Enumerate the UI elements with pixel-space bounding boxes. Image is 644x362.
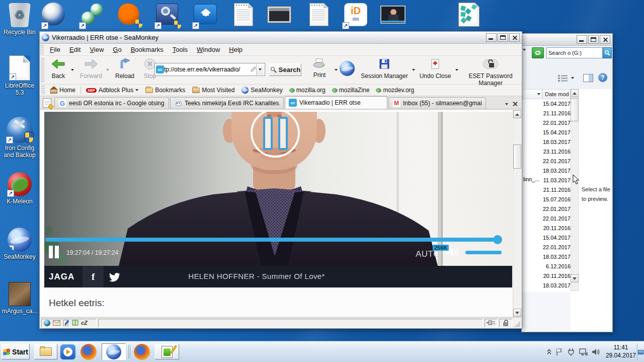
file-date[interactable]: 18.03.2017 [522,282,571,288]
session-manager-button[interactable]: Session Manager [360,58,409,80]
reload-button[interactable]: Reload [113,58,136,80]
url-input[interactable] [164,66,250,73]
file-date[interactable]: 20.11.2016 [522,225,571,231]
menu-edit[interactable]: Edit [65,44,85,55]
menu-tools[interactable]: Tools [168,44,192,55]
desktop-icon-seamonkey[interactable]: ↗ SeaMonkey [0,228,39,260]
url-bar[interactable]: err [154,63,265,76]
file-date[interactable]: 20.11.2016 [522,273,571,279]
search-button[interactable]: Search [269,63,301,76]
navigator-icon[interactable] [44,320,50,326]
close-button[interactable] [509,33,520,42]
file-date[interactable]: 22.01.2017 [522,206,571,212]
volume-icon[interactable] [447,247,460,259]
quality-selector[interactable]: AUTO [416,249,440,259]
bookmark-home[interactable]: Home [47,86,78,95]
file-date[interactable]: 15.07.2016 [522,196,571,202]
twitter-share-button[interactable] [104,266,125,287]
refresh-button[interactable] [532,47,544,58]
url-dropdown-button[interactable] [256,64,264,75]
tab-reddit[interactable]: Teeks nimekirja Eesti IRC kanalites... [170,97,284,109]
address-dropdown-icon[interactable] [523,49,526,51]
print-button[interactable]: Print [307,58,332,79]
hidden-icons-chevron[interactable] [546,349,552,355]
preview-pane-icon[interactable] [583,74,593,82]
taskbar-seamonkey-button-active[interactable] [102,343,126,360]
content-scrollbar[interactable] [513,110,521,317]
back-dropdown-icon[interactable] [71,69,74,71]
browser-titlebar[interactable]: Vikerraadio | ERR otse - SeaMonkey [40,32,522,44]
quicklaunch-media-player-icon[interactable] [60,344,75,359]
bookmark-adblock-plus[interactable]: ABPAdblock Plus [83,86,141,95]
file-date[interactable]: 21.11.2016 [522,187,571,193]
print-dropdown-icon[interactable] [335,69,338,71]
file-date[interactable]: 21.11.2016 [522,110,571,116]
file-date[interactable]: 18.03.2017 [522,168,571,174]
file-date[interactable]: 15.04.2017 [522,235,571,241]
undo-close-dropdown-icon[interactable] [455,69,458,71]
eset-password-manager-button[interactable]: ESET Password Manager [459,58,522,87]
toolbar-grippy[interactable] [40,45,44,54]
pause-button[interactable] [49,246,65,259]
explorer-close-button[interactable] [600,35,610,44]
menu-help[interactable]: Help [224,44,247,55]
bookmark-bookmarks-folder[interactable]: Bookmarks [142,86,188,95]
power-plug-icon[interactable] [567,348,576,356]
bookmark-mozillazine[interactable]: mozillaZine [330,86,373,95]
security-padlock-icon[interactable] [499,319,512,327]
taskbar-explorer-button[interactable] [34,344,57,359]
explorer-search-input[interactable] [547,48,602,58]
taskbar-firefox-button[interactable] [134,344,150,360]
screenshot-file-icon[interactable] [267,3,293,29]
menu-go[interactable]: Go [108,44,126,55]
file-date[interactable]: 23.11.2016 [522,149,571,155]
maximize-button[interactable] [498,33,508,42]
backup-search-tool-shortcut-icon[interactable]: ↗ [155,3,181,29]
column-header-date-modified[interactable]: Date mod [542,89,571,99]
explorer-titlebar[interactable] [522,34,612,46]
file-date[interactable]: 6.12.2016 [522,263,571,269]
taskbar-clock[interactable]: 11:41 29.04.2017 [606,344,636,359]
toolbar-grippy[interactable] [41,86,45,95]
network-icon[interactable] [579,348,588,356]
file-date[interactable]: 22.01.2017 [522,120,571,126]
menu-bookmarks[interactable]: Bookmarks [126,44,168,55]
text-file-icon[interactable] [230,3,257,29]
mail-icon[interactable] [53,320,60,326]
spheres-app-shortcut-icon[interactable]: ↗ [79,3,106,29]
file-date[interactable]: 22.01.2017 [522,244,571,250]
video-player[interactable]: 19:27:04 / 19:27:24 AUTO 256K [44,112,512,266]
help-icon[interactable]: ? [598,73,607,82]
back-button[interactable]: Back [47,58,70,80]
close-tab-icon[interactable] [512,101,518,107]
tab-google-search[interactable]: G eesti OR estonia irc - Google otsing [54,97,169,109]
action-center-flag-icon[interactable] [555,348,564,356]
iron-browser-shortcut-icon[interactable]: ↗ [42,3,68,29]
taskbar-notes-button[interactable] [155,344,179,359]
explorer-minimize-button[interactable] [577,35,587,44]
quicklaunch-firefox-icon[interactable] [80,344,97,360]
facebook-share-button[interactable]: f [83,266,104,287]
composer-icon[interactable] [63,320,69,326]
bookmark-most-visited[interactable]: Most Visited [189,86,237,95]
address-book-icon[interactable] [72,320,78,326]
bookmark-mozilla-org[interactable]: mozilla.org [287,86,329,95]
bookmark-seamonkey[interactable]: SeaMonkey [238,86,285,95]
id-tiliit-shortcut-icon[interactable]: iD tiliit ↗ [343,3,369,29]
chatzilla-icon[interactable]: cZ [81,320,88,326]
views-icon[interactable] [558,75,568,84]
cubes-document-icon[interactable] [456,3,482,29]
tab-list-dropdown-icon[interactable] [505,103,508,105]
column-header-name[interactable] [522,89,542,99]
explorer-maximize-button[interactable] [588,35,599,44]
file-date[interactable]: 11.03.2017 [522,177,571,183]
online-status-icon[interactable] [485,319,498,327]
menu-file[interactable]: File [45,44,65,55]
avast-shortcut-icon[interactable] [117,3,143,29]
desktop-icon-k-meleon[interactable]: ↗ K-Meleon [0,172,39,205]
video-file-icon[interactable] [380,3,407,29]
bookmark-mozdev-org[interactable]: mozdev.org [373,86,417,95]
tab-gmail-inbox[interactable]: M Inbox (55) - silmaseen@gmail.co... [388,97,486,109]
file-date[interactable]: 15.04.2017 [522,129,571,135]
volume-slider[interactable] [465,251,502,254]
